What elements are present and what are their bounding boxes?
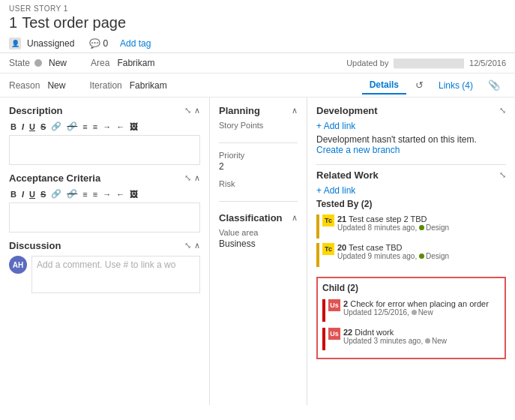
ac-bold-btn[interactable]: B	[9, 189, 18, 200]
assigned-icon: 👤	[9, 38, 21, 50]
bold-btn[interactable]: B	[9, 122, 18, 132]
related-item: Tc 21 Test case step 2 TBD Updated 8 min…	[316, 212, 506, 241]
image-btn[interactable]: 🖼	[128, 122, 139, 132]
italic-btn[interactable]: I	[20, 122, 25, 132]
discussion-collapse-icon[interactable]: ∧	[194, 241, 200, 250]
page-title-num: 1	[9, 14, 17, 32]
acceptance-title: Acceptance Criteria	[9, 172, 100, 184]
dev-add-link[interactable]: + Add link	[316, 121, 506, 131]
iteration-value[interactable]: Fabrikam	[130, 80, 167, 91]
story-points-value[interactable]	[219, 131, 298, 143]
item-text-2[interactable]: 20 Test case TBD	[337, 243, 449, 252]
ul-btn[interactable]: ≡	[81, 122, 88, 132]
ac-link-btn[interactable]: 🔗	[49, 188, 63, 200]
page-title-text: Test order page	[22, 14, 126, 32]
comment-input[interactable]: Add a comment. Use # to link a wo	[31, 256, 200, 293]
tab-details[interactable]: Details	[362, 76, 406, 94]
area-label: Area	[91, 58, 109, 68]
related-work-title: Related Work	[316, 170, 379, 181]
discussion-section: Discussion ⤡ ∧ AH Add a comment. Use # t…	[9, 240, 200, 293]
child-bar-2	[322, 328, 325, 350]
item-badge-1: Tc	[322, 214, 334, 226]
iteration-label: Iteration	[89, 80, 121, 91]
classification-collapse-icon[interactable]: ∧	[292, 213, 298, 223]
value-area-value[interactable]: Business	[219, 238, 298, 249]
description-toolbar: B I U S 🔗 🔗 ≡ ≡ → ← 🖼	[9, 121, 200, 132]
child-text-1[interactable]: 2 Check for error when placing an order	[343, 299, 489, 308]
middle-panel: Planning ∧ Story Points Priority 2 Risk …	[210, 98, 307, 405]
tab-links[interactable]: Links (4)	[433, 76, 479, 95]
tab-attachments-icon[interactable]: 📎	[482, 75, 506, 95]
classification-title: Classification	[219, 212, 283, 224]
updated-by: Updated by ████████████ 12/5/2016	[346, 58, 506, 68]
acceptance-editor[interactable]	[9, 202, 200, 232]
child-badge-2: Us	[328, 328, 340, 340]
description-header: Description ⤡ ∧	[9, 105, 200, 116]
ac-unlink-btn[interactable]: 🔗	[65, 188, 79, 200]
ac-ul-btn[interactable]: ≡	[81, 189, 88, 200]
acceptance-toolbar: B I U S 🔗 🔗 ≡ ≡ → ← 🖼	[9, 188, 200, 200]
description-expand-icon[interactable]: ⤡	[184, 106, 191, 116]
development-section: Development ⤡ + Add link Development has…	[316, 105, 506, 155]
area-value[interactable]: Fabrikam	[117, 58, 154, 68]
risk-label: Risk	[219, 179, 298, 188]
child-item: Us 22 Didnt work Updated 3 minutes ago, …	[322, 325, 500, 353]
item-text-1[interactable]: 21 Test case step 2 TBD	[337, 214, 449, 224]
ol-btn[interactable]: ≡	[91, 122, 99, 132]
description-editor[interactable]	[9, 135, 200, 165]
item-badge-2: Tc	[322, 243, 334, 255]
ac-image-btn[interactable]: 🖼	[128, 189, 139, 200]
acceptance-section: Acceptance Criteria ⤡ ∧ B I U S 🔗 🔗 ≡ ≡ …	[9, 172, 200, 232]
risk-value[interactable]	[219, 190, 298, 202]
outdent-btn[interactable]: ←	[115, 122, 126, 132]
child-bar-1	[322, 299, 325, 322]
item-bar-1	[316, 214, 319, 238]
related-work-expand-icon[interactable]: ⤡	[499, 170, 506, 180]
related-add-link[interactable]: + Add link	[316, 185, 506, 196]
development-title: Development	[316, 105, 378, 116]
child-badge-1: Us	[328, 299, 340, 311]
assigned-text: Unassigned	[27, 38, 74, 49]
related-work-section: Related Work ⤡ + Add link Tested By (2) …	[316, 170, 506, 269]
right-panel: Development ⤡ + Add link Development has…	[307, 98, 515, 405]
left-panel: Description ⤡ ∧ B I U S 🔗 🔗 ≡ ≡ → ← 🖼 Ac…	[0, 98, 210, 405]
unlink-btn[interactable]: 🔗	[65, 121, 79, 132]
ac-italic-btn[interactable]: I	[20, 189, 25, 200]
state-value[interactable]: New	[49, 58, 67, 68]
user-avatar: AH	[9, 256, 27, 274]
reason-value[interactable]: New	[47, 80, 65, 91]
tested-by-label: Tested By (2)	[316, 199, 506, 209]
planning-title: Planning	[219, 105, 260, 116]
description-title: Description	[9, 105, 63, 116]
state-label: State	[9, 58, 30, 68]
link-btn[interactable]: 🔗	[49, 121, 63, 132]
acceptance-collapse-icon[interactable]: ∧	[194, 173, 200, 183]
ac-outdent-btn[interactable]: ←	[115, 189, 126, 200]
ac-underline-btn[interactable]: U	[28, 189, 37, 200]
tab-history-icon[interactable]: ↺	[409, 75, 430, 95]
priority-value[interactable]: 2	[219, 161, 298, 172]
child-item: Us 2 Check for error when placing an ord…	[322, 296, 500, 325]
description-collapse-icon[interactable]: ∧	[194, 106, 200, 116]
comment-icon: 💬	[89, 38, 100, 49]
create-branch-link[interactable]: Create a new branch	[316, 145, 506, 155]
acceptance-expand-icon[interactable]: ⤡	[184, 173, 191, 183]
discussion-title: Discussion	[9, 240, 61, 251]
ac-indent-btn[interactable]: →	[101, 189, 112, 200]
indent-btn[interactable]: →	[101, 122, 112, 132]
development-expand-icon[interactable]: ⤡	[499, 106, 506, 116]
child-section: Child (2) Us 2 Check for error when plac…	[316, 277, 506, 359]
item-bar-2	[316, 243, 319, 267]
add-tag-button[interactable]: Add tag	[120, 38, 151, 49]
ac-strikethrough-btn[interactable]: S	[39, 189, 47, 200]
strikethrough-btn[interactable]: S	[39, 122, 47, 132]
state-dot	[34, 59, 42, 67]
priority-label: Priority	[219, 151, 298, 160]
discussion-expand-icon[interactable]: ⤡	[184, 241, 191, 250]
value-area-label: Value area	[219, 228, 298, 237]
comment-count: 0	[103, 38, 108, 49]
ac-ol-btn[interactable]: ≡	[91, 189, 99, 200]
child-text-2[interactable]: 22 Didnt work	[343, 328, 447, 337]
underline-btn[interactable]: U	[28, 122, 37, 132]
planning-collapse-icon[interactable]: ∧	[292, 106, 298, 116]
